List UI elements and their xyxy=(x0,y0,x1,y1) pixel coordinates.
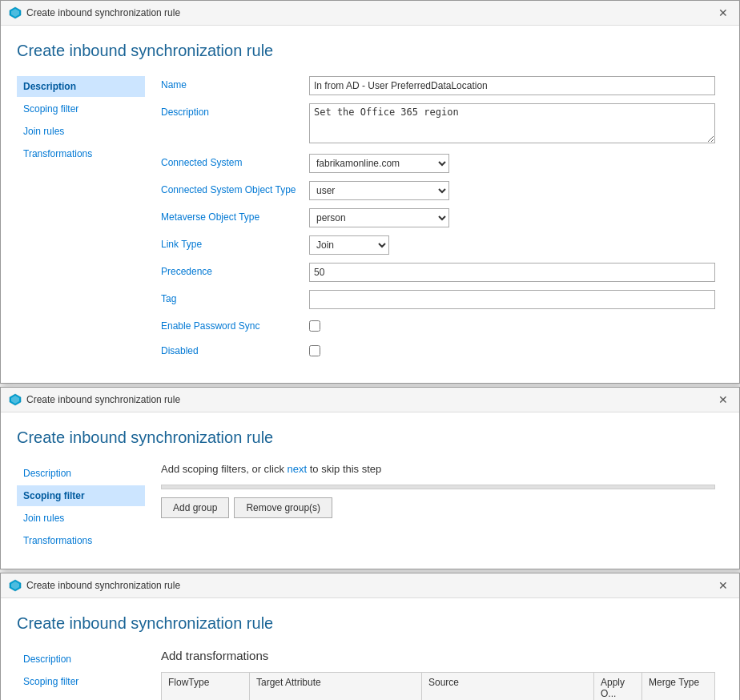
sidebar-item-scoping-1[interactable]: Scoping filter xyxy=(17,99,145,119)
page-title-3: Create inbound synchronization rule xyxy=(17,614,715,633)
header-flowtype: FlowType xyxy=(162,673,250,700)
label-mot: Metaverse Object Type xyxy=(161,208,301,223)
main-layout-1: Description Scoping filter Join rules Tr… xyxy=(17,76,715,367)
control-mot: person xyxy=(309,208,715,227)
page-title-2: Create inbound synchronization rule xyxy=(17,428,715,447)
window-2: Create inbound synchronization rule ✕ Cr… xyxy=(0,387,740,569)
remove-groups-button[interactable]: Remove group(s) xyxy=(234,497,332,518)
sidebar-item-join-1[interactable]: Join rules xyxy=(17,121,145,142)
header-source: Source xyxy=(422,673,594,700)
control-tag xyxy=(309,290,715,309)
select-connected-system[interactable]: fabrikamonline.com xyxy=(309,154,449,173)
close-button-2[interactable]: ✕ xyxy=(715,392,731,407)
control-link-type: Join xyxy=(309,235,715,255)
progress-bar xyxy=(161,485,715,489)
titlebar-2: Create inbound synchronization rule ✕ xyxy=(1,388,739,412)
label-eps: Enable Password Sync xyxy=(161,317,301,332)
label-precedence: Precedence xyxy=(161,263,301,277)
label-disabled: Disabled xyxy=(161,342,301,356)
form-row-mot: Metaverse Object Type person xyxy=(161,208,715,227)
control-description: Set the Office 365 region xyxy=(309,103,715,146)
sidebar-item-join-2[interactable]: Join rules xyxy=(17,508,145,529)
form-row-disabled: Disabled xyxy=(161,342,715,359)
sidebar-item-description-2[interactable]: Description xyxy=(17,463,145,484)
close-button-3[interactable]: ✕ xyxy=(715,578,731,593)
checkbox-disabled[interactable] xyxy=(309,345,320,356)
label-connected-system: Connected System xyxy=(161,154,301,168)
header-apply: Apply O... xyxy=(594,673,642,700)
control-precedence xyxy=(309,263,715,282)
input-name[interactable] xyxy=(309,76,715,95)
sidebar-item-scoping-2[interactable]: Scoping filter xyxy=(17,485,145,506)
sidebar-item-join-3[interactable]: Join rules xyxy=(17,694,145,700)
header-target-attr: Target Attribute xyxy=(250,673,422,700)
titlebar-3: Create inbound synchronization rule ✕ xyxy=(1,573,739,598)
scoping-instruction: Add scoping filters, or click next to sk… xyxy=(161,463,715,475)
sidebar-item-description-1[interactable]: Description xyxy=(17,76,145,97)
form-row-eps: Enable Password Sync xyxy=(161,317,715,334)
window-content-1: Create inbound synchronization rule Desc… xyxy=(1,26,739,383)
window-content-2: Create inbound synchronization rule Desc… xyxy=(1,412,739,569)
control-connected-system: fabrikamonline.com xyxy=(309,154,715,173)
label-tag: Tag xyxy=(161,290,301,304)
app-icon-3 xyxy=(9,579,22,592)
add-group-button[interactable]: Add group xyxy=(161,497,229,518)
main-layout-3: Description Scoping filter Join rules Tr… xyxy=(17,649,715,700)
form-row-description: Description Set the Office 365 region xyxy=(161,103,715,146)
form-row-name: Name xyxy=(161,76,715,95)
input-tag[interactable] xyxy=(309,290,715,309)
sidebar-item-transformations-2[interactable]: Transformations xyxy=(17,530,145,551)
label-link-type: Link Type xyxy=(161,235,301,250)
input-precedence[interactable] xyxy=(309,263,715,282)
sidebar-3: Description Scoping filter Join rules Tr… xyxy=(17,649,145,700)
control-csot: user xyxy=(309,181,715,200)
form-area-2: Add scoping filters, or click next to sk… xyxy=(161,463,715,553)
form-row-csot: Connected System Object Type user xyxy=(161,181,715,200)
select-mot[interactable]: person xyxy=(309,208,449,227)
sidebar-2: Description Scoping filter Join rules Tr… xyxy=(17,463,145,553)
form-row-tag: Tag xyxy=(161,290,715,309)
sidebar-1: Description Scoping filter Join rules Tr… xyxy=(17,76,145,367)
titlebar-1: Create inbound synchronization rule ✕ xyxy=(1,1,739,26)
close-button-1[interactable]: ✕ xyxy=(715,6,731,20)
scoping-buttons: Add group Remove group(s) xyxy=(161,497,715,518)
sidebar-item-scoping-3[interactable]: Scoping filter xyxy=(17,671,145,692)
select-link-type[interactable]: Join xyxy=(309,235,389,255)
form-area-3: Add transformations FlowType Target Attr… xyxy=(161,649,715,700)
sidebar-item-transformations-1[interactable]: Transformations xyxy=(17,143,145,164)
transformations-table: FlowType Target Attribute Source Apply O… xyxy=(161,672,715,700)
page-title-1: Create inbound synchronization rule xyxy=(17,42,715,60)
window-content-3: Create inbound synchronization rule Desc… xyxy=(1,598,739,700)
label-name: Name xyxy=(161,76,301,91)
control-disabled xyxy=(309,342,715,359)
main-layout-2: Description Scoping filter Join rules Tr… xyxy=(17,463,715,553)
label-description: Description xyxy=(161,103,301,118)
titlebar-title-2: Create inbound synchronization rule xyxy=(26,394,180,405)
titlebar-title-1: Create inbound synchronization rule xyxy=(26,7,180,18)
checkbox-eps[interactable] xyxy=(309,320,320,332)
app-icon-2 xyxy=(9,393,22,406)
form-row-connected-system: Connected System fabrikamonline.com xyxy=(161,154,715,173)
select-csot[interactable]: user xyxy=(309,181,449,200)
app-icon xyxy=(9,6,22,19)
textarea-description[interactable]: Set the Office 365 region xyxy=(309,103,715,143)
window-1: Create inbound synchronization rule ✕ Cr… xyxy=(0,0,740,384)
form-row-link-type: Link Type Join xyxy=(161,235,715,255)
window-3: Create inbound synchronization rule ✕ Cr… xyxy=(0,573,740,700)
control-eps xyxy=(309,317,715,334)
table-header: FlowType Target Attribute Source Apply O… xyxy=(162,673,714,700)
titlebar-title-3: Create inbound synchronization rule xyxy=(26,580,180,591)
sidebar-item-description-3[interactable]: Description xyxy=(17,649,145,670)
next-link[interactable]: next xyxy=(288,463,308,475)
form-row-precedence: Precedence xyxy=(161,263,715,282)
control-name xyxy=(309,76,715,95)
form-area-1: Name Description Set the Office 365 regi… xyxy=(161,76,715,367)
label-csot: Connected System Object Type xyxy=(161,181,301,195)
header-merge-type: Merge Type xyxy=(642,673,714,700)
transformations-section-title: Add transformations xyxy=(161,649,715,662)
